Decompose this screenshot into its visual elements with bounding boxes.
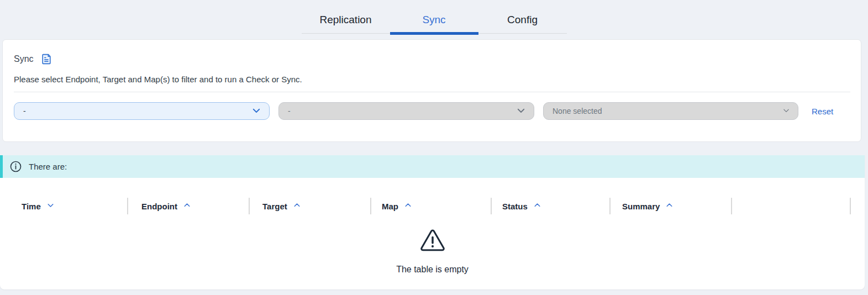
- reset-button[interactable]: Reset: [812, 107, 833, 116]
- info-banner: There are:: [0, 155, 865, 178]
- info-icon: [9, 160, 22, 173]
- filter-controls: - - None selected: [14, 102, 850, 120]
- column-header-summary[interactable]: Summary: [611, 198, 732, 214]
- sync-filter-card: Sync Please select Endpoint, Target and …: [2, 39, 861, 142]
- sort-asc-icon: [533, 201, 542, 212]
- chevron-down-icon: [782, 107, 790, 116]
- table-header-row: Time Endpoint Target: [11, 198, 865, 214]
- warning-triangle-icon: [419, 229, 446, 256]
- target-select[interactable]: -: [278, 102, 534, 120]
- document-icon[interactable]: [41, 53, 52, 65]
- column-header-actions: [732, 198, 851, 214]
- map-select-value: None selected: [553, 107, 602, 115]
- filter-instructions: Please select Endpoint, Target and Map(s…: [14, 75, 302, 84]
- tab-config[interactable]: Config: [478, 14, 567, 33]
- sort-asc-icon: [403, 201, 413, 212]
- map-select[interactable]: None selected: [543, 102, 798, 120]
- endpoint-select-value: -: [23, 107, 26, 115]
- chevron-down-icon: [251, 106, 261, 117]
- table-empty-state: The table is empty: [0, 229, 865, 275]
- chevron-down-icon: [516, 106, 526, 117]
- tab-sync[interactable]: Sync: [390, 14, 478, 33]
- sync-page: Replication Sync Config Sync Please sele…: [0, 0, 868, 295]
- tab-replication[interactable]: Replication: [302, 14, 390, 33]
- column-header-endpoint[interactable]: Endpoint: [128, 198, 250, 214]
- results-section: There are: Time Endpoint: [0, 155, 865, 289]
- column-header-target[interactable]: Target: [250, 198, 371, 214]
- column-header-map[interactable]: Map: [371, 198, 492, 214]
- target-select-value: -: [288, 107, 291, 115]
- empty-table-message: The table is empty: [396, 265, 469, 275]
- column-header-status[interactable]: Status: [492, 198, 611, 214]
- sort-asc-icon: [292, 201, 302, 212]
- panel-title: Sync: [14, 54, 34, 64]
- sort-asc-icon: [182, 201, 192, 212]
- column-header-time[interactable]: Time: [11, 198, 128, 214]
- banner-text: There are:: [29, 162, 67, 171]
- tab-bar: Replication Sync Config: [0, 0, 868, 39]
- sort-asc-icon: [665, 201, 674, 212]
- endpoint-select[interactable]: -: [14, 102, 270, 120]
- filter-divider: [14, 92, 850, 92]
- sort-desc-icon: [46, 201, 55, 212]
